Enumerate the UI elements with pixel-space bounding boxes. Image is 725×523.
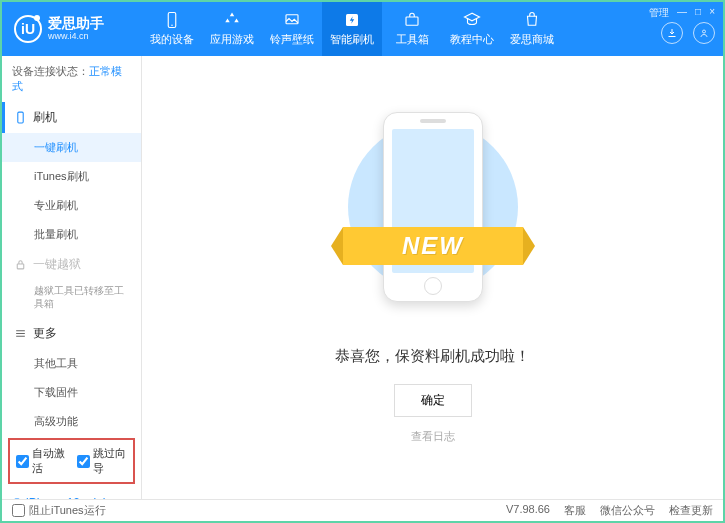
svg-point-1 — [171, 25, 173, 27]
nav-wallpaper[interactable]: 铃声壁纸 — [262, 2, 322, 56]
device-icon — [12, 496, 22, 499]
svg-rect-6 — [18, 112, 23, 123]
sidebar-item-batch[interactable]: 批量刷机 — [2, 220, 141, 249]
phone-icon — [163, 11, 181, 29]
skip-guide-checkbox[interactable]: 跳过向导 — [77, 446, 128, 476]
sidebar-item-itunes[interactable]: iTunes刷机 — [2, 162, 141, 191]
settings-link[interactable]: 管理 — [649, 6, 669, 20]
confirm-button[interactable]: 确定 — [394, 384, 472, 417]
download-button[interactable] — [661, 22, 683, 44]
wallpaper-icon — [283, 11, 301, 29]
block-itunes-checkbox[interactable]: 阻止iTunes运行 — [12, 503, 106, 518]
close-button[interactable]: × — [709, 6, 715, 20]
body-area: 设备连接状态：正常模式 刷机 一键刷机 iTunes刷机 专业刷机 批量刷机 一… — [2, 56, 723, 499]
main-content: NEW 恭喜您，保资料刷机成功啦！ 确定 查看日志 — [142, 56, 723, 499]
nav-smart-flash[interactable]: 智能刷机 — [322, 2, 382, 56]
view-log-link[interactable]: 查看日志 — [411, 429, 455, 444]
minimize-button[interactable]: — — [677, 6, 687, 20]
success-message: 恭喜您，保资料刷机成功啦！ — [335, 347, 530, 366]
app-url: www.i4.cn — [48, 32, 104, 42]
lock-icon — [14, 258, 27, 271]
nav-tutorial[interactable]: 教程中心 — [442, 2, 502, 56]
auto-activate-checkbox[interactable]: 自动激活 — [16, 446, 67, 476]
sidebar-item-download-fw[interactable]: 下载固件 — [2, 378, 141, 407]
sidebar-group-more[interactable]: 更多 — [2, 318, 141, 349]
footer-bar: 阻止iTunes运行 V7.98.66 客服 微信公众号 检查更新 — [2, 499, 723, 521]
logo-area: iU 爱思助手 www.i4.cn — [2, 15, 142, 43]
nav-my-device[interactable]: 我的设备 — [142, 2, 202, 56]
device-block[interactable]: iPhone 12 mini 64GB Down-12mini-13,1 — [2, 490, 141, 499]
device-name: iPhone 12 mini — [12, 496, 131, 499]
svg-point-5 — [703, 30, 706, 33]
user-button[interactable] — [693, 22, 715, 44]
connection-status: 设备连接状态：正常模式 — [2, 56, 141, 102]
nav-apps[interactable]: 应用游戏 — [202, 2, 262, 56]
wechat-link[interactable]: 微信公众号 — [600, 503, 655, 518]
phone-illustration: NEW — [363, 112, 503, 332]
nav-toolbox[interactable]: 工具箱 — [382, 2, 442, 56]
window-controls: 管理 — □ × — [649, 6, 715, 20]
phone-small-icon — [14, 111, 27, 124]
toolbox-icon — [403, 11, 421, 29]
more-icon — [14, 327, 27, 340]
sidebar-item-pro[interactable]: 专业刷机 — [2, 191, 141, 220]
footer-right: V7.98.66 客服 微信公众号 检查更新 — [506, 503, 713, 518]
logo-icon: iU — [14, 15, 42, 43]
options-checkbox-row: 自动激活 跳过向导 — [8, 438, 135, 484]
main-nav: 我的设备 应用游戏 铃声壁纸 智能刷机 工具箱 教程中心 — [142, 2, 562, 56]
header-right — [661, 22, 715, 44]
maximize-button[interactable]: □ — [695, 6, 701, 20]
check-update-link[interactable]: 检查更新 — [669, 503, 713, 518]
jailbreak-note: 越狱工具已转移至工具箱 — [2, 280, 141, 318]
svg-rect-7 — [17, 264, 24, 269]
sidebar-item-advanced[interactable]: 高级功能 — [2, 407, 141, 436]
app-window: 管理 — □ × iU 爱思助手 www.i4.cn 我的设备 应用游戏 铃声壁 — [0, 0, 725, 523]
support-link[interactable]: 客服 — [564, 503, 586, 518]
sidebar-item-other-tools[interactable]: 其他工具 — [2, 349, 141, 378]
apps-icon — [223, 11, 241, 29]
new-banner: NEW — [343, 227, 523, 265]
sidebar-group-flash[interactable]: 刷机 — [2, 102, 141, 133]
tutorial-icon — [463, 11, 481, 29]
sidebar: 设备连接状态：正常模式 刷机 一键刷机 iTunes刷机 专业刷机 批量刷机 一… — [2, 56, 142, 499]
shop-icon — [523, 11, 541, 29]
version-label: V7.98.66 — [506, 503, 550, 518]
flash-icon — [343, 11, 361, 29]
header-bar: 管理 — □ × iU 爱思助手 www.i4.cn 我的设备 应用游戏 铃声壁 — [2, 2, 723, 56]
nav-shop[interactable]: 爱思商城 — [502, 2, 562, 56]
app-name: 爱思助手 — [48, 16, 104, 31]
sidebar-item-oneclick[interactable]: 一键刷机 — [2, 133, 141, 162]
sidebar-group-jailbreak[interactable]: 一键越狱 — [2, 249, 141, 280]
svg-rect-4 — [406, 17, 418, 25]
